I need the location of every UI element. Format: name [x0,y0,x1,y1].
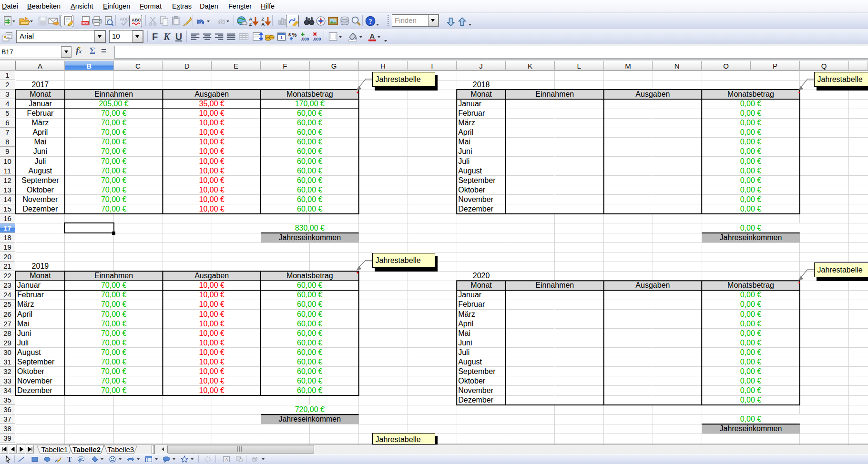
svg-text:A: A [225,457,228,462]
svg-text:T: T [67,456,72,463]
